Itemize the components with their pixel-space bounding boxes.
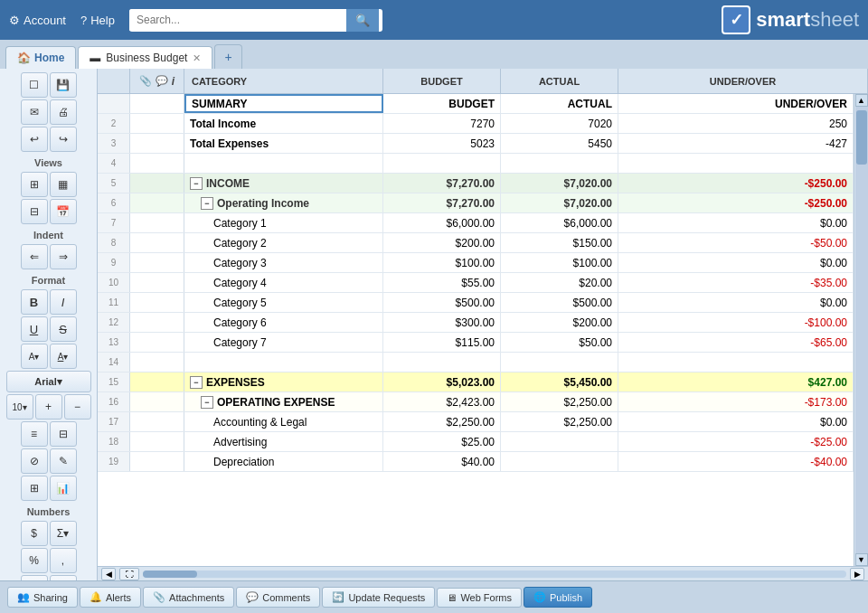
cell-actual[interactable]: $5,450.00 xyxy=(501,373,618,391)
cell-actual[interactable]: $7,020.00 xyxy=(501,174,618,193)
search-button[interactable]: 🔍 xyxy=(346,9,379,32)
table-row[interactable]: 15 − EXPENSES $5,023.00 $5,450.00 $427.0… xyxy=(98,373,854,392)
cell-underover[interactable]: -$40.00 xyxy=(618,452,854,471)
cell-underover[interactable]: -$250.00 xyxy=(618,174,854,193)
grid-view-button[interactable]: ⊞ xyxy=(21,172,48,197)
bg-color-button[interactable]: A▾ xyxy=(21,344,48,369)
cell-budget[interactable]: $6,000.00 xyxy=(383,213,501,232)
table-row[interactable]: 11 Category 5 $500.00 $500.00 $0.00 xyxy=(98,293,854,313)
font-size-display[interactable]: 10▾ xyxy=(6,394,33,420)
search-input[interactable] xyxy=(129,9,346,31)
cell-category[interactable]: − INCOME xyxy=(184,174,383,193)
cell-actual[interactable]: 5450 xyxy=(501,134,618,153)
sheet-rows[interactable]: SUMMARY BUDGET ACTUAL UNDER/OVER 2 Total… xyxy=(98,94,854,566)
cell-actual[interactable] xyxy=(501,353,618,372)
cell-actual[interactable]: 7020 xyxy=(501,114,618,133)
font-size-decrease[interactable]: − xyxy=(64,394,91,420)
cell-category[interactable]: Category 4 xyxy=(184,273,383,292)
cell-category[interactable]: Category 3 xyxy=(184,253,383,272)
cell-actual[interactable]: $2,250.00 xyxy=(501,392,618,411)
print-button[interactable]: 🖨 xyxy=(50,99,77,125)
cell-underover[interactable]: $0.00 xyxy=(618,253,854,272)
cell-category[interactable]: Category 5 xyxy=(184,293,383,312)
cell-actual[interactable]: ACTUAL xyxy=(501,94,618,113)
cell-budget[interactable]: $2,423.00 xyxy=(383,392,501,411)
cell-budget[interactable]: $500.00 xyxy=(383,293,501,312)
cell-underover[interactable]: UNDER/OVER xyxy=(618,94,854,113)
table-row[interactable]: 12 Category 6 $300.00 $200.00 -$100.00 xyxy=(98,313,854,333)
table-row[interactable]: 7 Category 1 $6,000.00 $6,000.00 $0.00 xyxy=(98,213,854,233)
cell-budget[interactable]: $2,250.00 xyxy=(383,412,501,431)
table-row[interactable]: 16 − OPERATING EXPENSE $2,423.00 $2,250.… xyxy=(98,392,854,412)
collapse-icon[interactable]: − xyxy=(190,376,203,389)
cell-category[interactable] xyxy=(184,154,383,173)
attachments-button[interactable]: 📎 Attachments xyxy=(143,587,234,608)
cell-underover[interactable]: -427 xyxy=(618,134,854,153)
cell-actual[interactable] xyxy=(501,154,618,173)
cell-budget[interactable]: $40.00 xyxy=(383,452,501,471)
cell-underover[interactable]: -$35.00 xyxy=(618,273,854,292)
publish-button[interactable]: 🌐 Publish xyxy=(524,587,592,608)
cell-category[interactable]: Depreciation xyxy=(184,452,383,471)
table-button[interactable]: ⊞ xyxy=(21,476,48,501)
cell-underover[interactable]: -$65.00 xyxy=(618,333,854,352)
table-row[interactable]: 13 Category 7 $115.00 $50.00 -$65.00 xyxy=(98,333,854,353)
cell-underover[interactable]: $0.00 xyxy=(618,412,854,431)
hscroll-right-btn[interactable]: ▶ xyxy=(850,568,864,580)
table-row[interactable]: SUMMARY BUDGET ACTUAL UNDER/OVER xyxy=(98,94,854,114)
text-color-button[interactable]: A▾ xyxy=(50,344,77,369)
hscroll-thumb[interactable] xyxy=(143,571,197,578)
table-row[interactable]: 4 xyxy=(98,154,854,174)
collapse-icon[interactable]: − xyxy=(201,197,213,210)
hscroll-expand-btn[interactable]: ⛶ xyxy=(119,568,139,580)
cell-actual[interactable]: $50.00 xyxy=(501,333,618,352)
wrap-text-button[interactable]: ⊟ xyxy=(50,421,77,447)
percent-button[interactable]: % xyxy=(21,548,48,573)
update-requests-button[interactable]: 🔄 Update Requests xyxy=(322,587,435,608)
table-row[interactable]: 2 Total Income 7270 7020 250 xyxy=(98,114,854,134)
cell-underover[interactable]: 250 xyxy=(618,114,854,133)
calendar-view-button[interactable]: 📅 xyxy=(50,199,77,224)
undo-button[interactable]: ↩ xyxy=(21,127,48,152)
cell-underover[interactable]: $0.00 xyxy=(618,213,854,232)
scroll-up-button[interactable]: ▲ xyxy=(855,94,868,107)
cell-actual[interactable] xyxy=(501,432,618,451)
table-row[interactable]: 8 Category 2 $200.00 $150.00 -$50.00 xyxy=(98,233,854,253)
cell-budget[interactable]: $5,023.00 xyxy=(383,373,501,391)
underline-button[interactable]: U xyxy=(21,316,48,342)
cell-actual[interactable]: $2,250.00 xyxy=(501,412,618,431)
cell-underover[interactable] xyxy=(618,154,854,173)
cell-budget[interactable]: $25.00 xyxy=(383,432,501,451)
chart-button[interactable]: 📊 xyxy=(50,476,77,501)
sharing-button[interactable]: 👥 Sharing xyxy=(7,587,78,608)
cell-category[interactable]: − EXPENSES xyxy=(184,373,383,391)
email-button[interactable]: ✉ xyxy=(21,99,48,125)
cell-budget[interactable]: $300.00 xyxy=(383,313,501,332)
comments-button[interactable]: 💬 Comments xyxy=(236,587,320,608)
table-row[interactable]: 10 Category 4 $55.00 $20.00 -$35.00 xyxy=(98,273,854,293)
cell-underover[interactable] xyxy=(618,353,854,372)
cell-category[interactable]: Accounting & Legal xyxy=(184,412,383,431)
currency-button[interactable]: $ xyxy=(21,521,48,546)
table-row[interactable]: 18 Advertising $25.00 -$25.00 xyxy=(98,432,854,452)
table-row[interactable]: 3 Total Expenses 5023 5450 -427 xyxy=(98,134,854,154)
cell-category[interactable]: Category 6 xyxy=(184,313,383,332)
italic-button[interactable]: I xyxy=(50,289,77,315)
cell-budget[interactable]: $7,270.00 xyxy=(383,193,501,212)
indent-left-button[interactable]: ⇐ xyxy=(21,244,48,269)
cell-category[interactable]: Category 2 xyxy=(184,233,383,252)
vertical-scrollbar[interactable]: ▲ ▼ xyxy=(854,94,868,566)
cell-underover[interactable]: $427.00 xyxy=(618,373,854,391)
cell-actual[interactable]: $7,020.00 xyxy=(501,193,618,212)
table-row[interactable]: 17 Accounting & Legal $2,250.00 $2,250.0… xyxy=(98,412,854,432)
cell-actual[interactable]: $20.00 xyxy=(501,273,618,292)
cell-budget[interactable]: $7,270.00 xyxy=(383,174,501,193)
comma-button[interactable]: , xyxy=(50,548,77,573)
decimal-button[interactable]: .0 xyxy=(21,575,48,580)
cell-budget[interactable]: BUDGET xyxy=(383,94,501,113)
collapse-icon[interactable]: − xyxy=(190,177,203,190)
indent-right-button[interactable]: ⇒ xyxy=(50,244,77,269)
cell-budget[interactable]: $100.00 xyxy=(383,253,501,272)
alerts-button[interactable]: 🔔 Alerts xyxy=(80,587,141,608)
clear-format-button[interactable]: ⊘ xyxy=(21,448,48,474)
